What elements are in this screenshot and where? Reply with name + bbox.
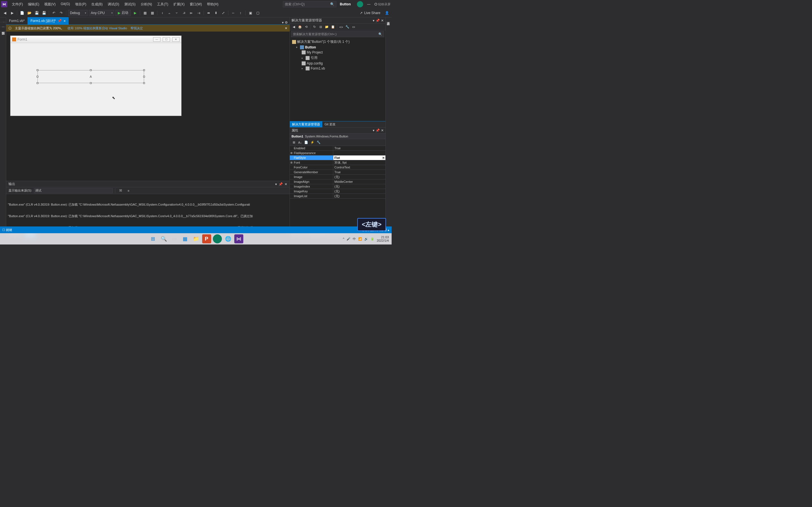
menu-tools[interactable]: 工具(T)	[155, 1, 170, 8]
menu-git[interactable]: Git(G)	[58, 1, 72, 8]
form-designer[interactable]: Form1 — ☐ ✕ A	[6, 32, 290, 181]
se-dropdown-icon[interactable]: ▾	[373, 18, 374, 22]
taskbar-edge-icon[interactable]: 🌐	[223, 234, 233, 243]
rail-datasources[interactable]: 数据源	[0, 27, 6, 32]
se-sync-icon[interactable]: ⟲	[303, 24, 309, 30]
output-source-combo[interactable]: 调试	[34, 188, 113, 193]
tab-gear-icon[interactable]: ⚙	[285, 20, 288, 24]
info-close-icon[interactable]: ✕	[285, 26, 287, 30]
rail-toolbox[interactable]: 工具箱	[0, 22, 6, 27]
order2-icon[interactable]: ▢	[255, 10, 261, 16]
prop-close-icon[interactable]: ✕	[381, 128, 384, 132]
output-text[interactable]: "Button.exe" (CLR v4.0.30319: Button.exe…	[6, 194, 290, 227]
tree-references[interactable]: ▸引用	[290, 55, 386, 61]
new-item-icon[interactable]: 📄	[19, 10, 25, 16]
panel-dropdown-icon[interactable]: ▾	[275, 182, 277, 186]
pin-icon[interactable]: 📌	[57, 19, 62, 23]
size-icon[interactable]: ⬌	[206, 10, 212, 16]
size3-icon[interactable]: ⤢	[220, 10, 226, 16]
global-search[interactable]: 搜索 (Ctrl+Q) 🔍	[283, 1, 336, 7]
user-avatar[interactable]	[357, 1, 363, 7]
tree-solution[interactable]: 解决方案"Button"(1 个项目/共 1 个)	[290, 39, 386, 45]
menu-edit[interactable]: 编辑(E)	[26, 1, 42, 8]
prop-row-generatemember[interactable]: GenerateMemberTrue	[290, 170, 386, 175]
start-debug-button[interactable]: ▶启动	[115, 10, 131, 16]
se-code-icon[interactable]: <>	[338, 24, 344, 30]
prop-row-font[interactable]: ⊞Font宋体, 9pt	[290, 160, 386, 165]
prop-cat-icon[interactable]: ⊞	[291, 140, 297, 145]
align-bottom-icon[interactable]: ⫣	[196, 10, 202, 16]
align-right-icon[interactable]: ⫟	[174, 10, 180, 16]
prop-row-imageindex[interactable]: ImageIndex(无)	[290, 184, 386, 189]
save-icon[interactable]: 💾	[34, 10, 40, 16]
menu-file[interactable]: 文件(F)	[10, 1, 25, 8]
prop-row-imagelist[interactable]: ImageList(无)	[290, 194, 386, 199]
tab-form1-code[interactable]: Form1.vb*	[6, 17, 28, 24]
tray-battery-icon[interactable]: 🔋	[370, 237, 374, 241]
se-copy-icon[interactable]: 📋	[330, 24, 336, 30]
tree-appconfig[interactable]: App.config	[290, 61, 386, 66]
panel-pin-icon[interactable]: 📌	[278, 182, 283, 186]
se-view-icon[interactable]: ▭	[351, 24, 356, 30]
tray-clock[interactable]: 21:032022/1/4	[377, 235, 389, 242]
se-back-icon[interactable]: ◀	[291, 24, 297, 30]
tray-wifi-icon[interactable]: 📶	[358, 237, 362, 241]
spacing2-icon[interactable]: ↕	[238, 10, 244, 16]
menu-view[interactable]: 视图(V)	[42, 1, 58, 8]
layout2-icon[interactable]: ▦	[149, 10, 155, 16]
system-tray[interactable]: ^ 🎤 中 📶 🔊 🔋 21:032022/1/4	[343, 235, 389, 242]
taskbar-browser1-icon[interactable]	[213, 234, 222, 243]
panel-close-icon[interactable]: ✕	[285, 182, 287, 186]
menu-extensions[interactable]: 扩展(X)	[171, 1, 187, 8]
se-close-icon[interactable]: ✕	[381, 18, 384, 22]
menu-window[interactable]: 窗口(W)	[188, 1, 204, 8]
save-all-icon[interactable]: 💾	[41, 10, 47, 16]
prop-row-flatstyle[interactable]: FlatStyleFlat▾	[290, 156, 386, 160]
taskbar-vs-icon[interactable]: ⋈	[234, 234, 243, 243]
liveshare-button[interactable]: ↗Live Share	[357, 11, 383, 15]
open-icon[interactable]: 📂	[26, 10, 33, 16]
tray-ime[interactable]: 中	[353, 237, 356, 241]
se-wrench-icon[interactable]: 🔧	[345, 24, 350, 30]
nav-back-icon[interactable]: ◀	[2, 10, 8, 16]
tray-volume-icon[interactable]: 🔊	[364, 237, 368, 241]
button1-control[interactable]: A	[38, 70, 144, 83]
taskbar-explorer-icon[interactable]: 📁	[192, 234, 200, 243]
close-tab-icon[interactable]: ✕	[63, 19, 66, 22]
tab-overflow-icon[interactable]: ▾	[282, 20, 284, 24]
output-clear-icon[interactable]: ☒	[117, 187, 124, 194]
properties-object-combo[interactable]: Button1System.Windows.Forms.Button	[290, 133, 386, 139]
align-middle-icon[interactable]: ⫢	[188, 10, 195, 16]
tray-up-icon[interactable]: ^	[343, 237, 344, 240]
prop-events-icon[interactable]: ⚡	[310, 140, 315, 145]
output-wrap-icon[interactable]: ≡	[125, 187, 132, 194]
size2-icon[interactable]: ⬍	[213, 10, 219, 16]
window-minimize[interactable]: —	[363, 0, 374, 8]
nav-fwd-icon[interactable]: ▶	[9, 10, 15, 16]
start-button[interactable]: ⊞	[149, 234, 158, 243]
align-center-icon[interactable]: ⫠	[166, 10, 172, 16]
tree-form1[interactable]: ▸Form1.vb	[290, 66, 386, 71]
tree-myproject[interactable]: My Project	[290, 50, 386, 55]
prop-row-enabled[interactable]: EnabledTrue	[290, 146, 386, 151]
rail-server-explorer[interactable]: 服务器资源管理器	[0, 17, 6, 22]
se-tab-git[interactable]: Git 更改	[322, 121, 338, 127]
config-combo[interactable]: Debug	[68, 10, 88, 16]
platform-combo[interactable]: Any CPU	[89, 10, 114, 16]
se-showall-icon[interactable]: 📁	[324, 24, 329, 30]
prop-row-flatappearance[interactable]: ⊞FlatAppearance	[290, 151, 386, 156]
spacing-icon[interactable]: ↔	[230, 10, 236, 16]
align-top-icon[interactable]: ⫡	[181, 10, 187, 16]
prop-pages-icon[interactable]: 🔧	[316, 140, 321, 145]
taskbar-taskview-icon[interactable]: ▭	[170, 234, 179, 243]
taskbar-powerpoint-icon[interactable]: P	[202, 234, 211, 243]
prop-row-image[interactable]: Image(无)	[290, 175, 386, 179]
info-restart-link[interactable]: 使用 100% 缩放比例重新启动 Visual Studio	[67, 26, 127, 31]
menu-project[interactable]: 项目(P)	[73, 1, 89, 8]
feedback-icon[interactable]: 👤	[384, 10, 390, 16]
tree-project[interactable]: ▾Button	[290, 45, 386, 50]
menu-analyze[interactable]: 分析(N)	[139, 1, 154, 8]
menu-build[interactable]: 生成(B)	[89, 1, 105, 8]
redo-icon[interactable]: ↷	[58, 10, 64, 16]
prop-row-imagealign[interactable]: ImageAlignMiddleCenter	[290, 179, 386, 184]
